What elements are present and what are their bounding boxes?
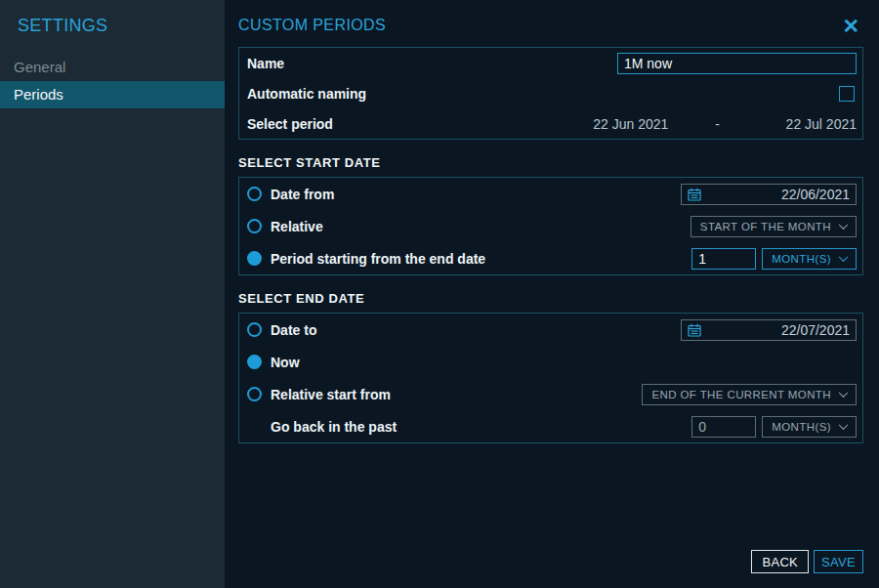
now-row: Now (239, 346, 862, 378)
chevron-down-icon (839, 220, 849, 230)
go-back-label: Go back in the past (271, 419, 691, 435)
period-start-value: 22 Jun 2021 (593, 116, 668, 132)
sidebar-title: SETTINGS (0, 0, 225, 54)
relative-start-row: Relative start from END OF THE CURRENT M… (239, 378, 862, 410)
calendar-icon (688, 188, 701, 201)
chevron-down-icon (839, 420, 849, 430)
relative-row: Relative START OF THE MONTH (239, 210, 862, 242)
sidebar-item-periods[interactable]: Periods (0, 81, 225, 108)
period-count-input[interactable] (691, 248, 756, 270)
name-label: Name (247, 56, 617, 71)
date-from-row: Date from 22/06/2021 (239, 178, 862, 210)
close-icon[interactable]: ✕ (838, 14, 863, 38)
automatic-naming-row: Automatic naming (239, 78, 862, 108)
period-from-end-radio[interactable] (247, 251, 262, 266)
now-radio[interactable] (247, 355, 262, 369)
relative-start-dropdown[interactable]: END OF THE CURRENT MONTH (642, 384, 857, 405)
select-period-row: Select period 22 Jun 2021 - 22 Jul 2021 (239, 108, 862, 139)
period-range: 22 Jun 2021 - 22 Jul 2021 (593, 116, 857, 132)
period-from-end-label: Period starting from the end date (271, 251, 691, 267)
date-from-input[interactable]: 22/06/2021 (681, 184, 857, 205)
go-back-unit-dropdown[interactable]: MONTH(S) (762, 416, 857, 438)
now-label: Now (271, 355, 857, 370)
period-unit-value: MONTH(S) (772, 253, 831, 265)
date-to-value: 22/07/2021 (701, 322, 850, 338)
general-settings-panel: Name Automatic naming Select period 22 J… (238, 47, 863, 140)
name-input[interactable] (617, 53, 857, 74)
relative-dropdown-value: START OF THE MONTH (700, 221, 831, 232)
date-to-input[interactable]: 22/07/2021 (681, 319, 857, 341)
sidebar-item-general[interactable]: General (0, 54, 225, 81)
name-row: Name (239, 48, 862, 78)
date-from-radio[interactable] (247, 187, 262, 201)
go-back-unit-value: MONTH(S) (772, 421, 831, 433)
relative-start-label: Relative start from (271, 387, 642, 402)
relative-start-radio[interactable] (247, 387, 262, 401)
period-start-row: Period starting from the end date MONTH(… (239, 242, 862, 274)
go-back-row: Go back in the past MONTH(S) (239, 410, 862, 442)
period-end-value: 22 Jul 2021 (767, 116, 857, 132)
chevron-down-icon (839, 252, 849, 262)
start-date-panel: Date from 22/06/2021 Relative (238, 177, 863, 275)
date-to-label: Date to (271, 322, 681, 338)
dialog-header: CUSTOM PERIODS ✕ (238, 0, 863, 47)
calendar-icon (688, 323, 701, 337)
date-from-value: 22/06/2021 (701, 187, 850, 202)
relative-radio[interactable] (247, 219, 262, 233)
page-title: CUSTOM PERIODS (238, 17, 386, 34)
date-to-radio[interactable] (247, 322, 262, 337)
end-date-section-title: SELECT END DATE (238, 291, 863, 306)
chevron-down-icon (839, 388, 849, 398)
period-unit-dropdown[interactable]: MONTH(S) (762, 248, 857, 270)
relative-start-dropdown-value: END OF THE CURRENT MONTH (651, 389, 831, 400)
dialog-footer: BACK SAVE (238, 550, 863, 573)
save-button[interactable]: SAVE (814, 550, 863, 573)
date-from-label: Date from (271, 187, 681, 202)
automatic-naming-label: Automatic naming (247, 86, 839, 102)
settings-sidebar: SETTINGS General Periods (0, 0, 225, 588)
date-to-row: Date to 22/07/2021 (239, 314, 862, 346)
back-button[interactable]: BACK (751, 550, 809, 573)
go-back-count-input[interactable] (691, 416, 756, 438)
relative-label: Relative (271, 219, 691, 234)
start-date-section-title: SELECT START DATE (238, 155, 863, 170)
end-date-panel: Date to 22/07/2021 Now (238, 313, 863, 443)
select-period-label: Select period (247, 116, 593, 132)
custom-periods-panel: CUSTOM PERIODS ✕ Name Automatic naming S… (225, 0, 879, 588)
relative-dropdown[interactable]: START OF THE MONTH (691, 216, 857, 237)
automatic-naming-checkbox[interactable] (839, 86, 855, 102)
period-separator: - (715, 116, 720, 132)
